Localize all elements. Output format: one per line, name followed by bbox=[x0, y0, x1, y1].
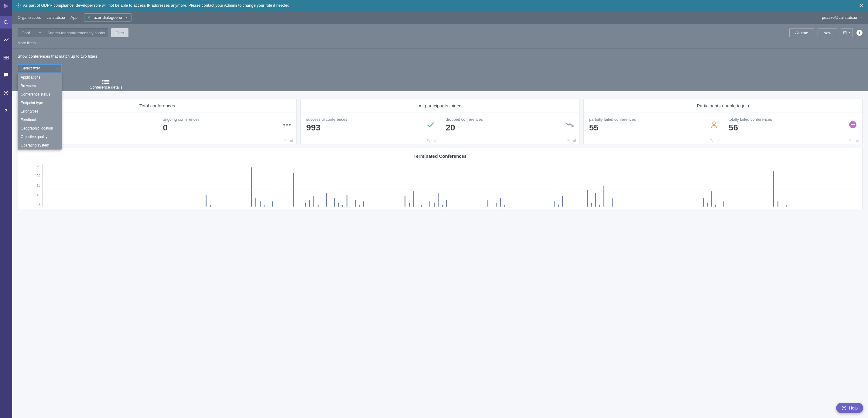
svg-point-52 bbox=[849, 139, 851, 141]
card-search-icon[interactable] bbox=[710, 139, 713, 142]
filter-option[interactable]: Error types bbox=[18, 107, 62, 115]
chart-bar bbox=[318, 205, 318, 207]
org-label: Organization: bbox=[18, 15, 41, 20]
svg-line-40 bbox=[568, 141, 569, 142]
svg-rect-46 bbox=[851, 125, 855, 125]
filter-expand-area: Show conferences that match up to two fi… bbox=[12, 48, 868, 78]
svg-rect-56 bbox=[858, 139, 859, 142]
chart-bar bbox=[355, 200, 355, 207]
filter-button[interactable]: Filter bbox=[111, 28, 128, 37]
svg-point-27 bbox=[286, 124, 288, 126]
card-chart-icon[interactable] bbox=[856, 139, 859, 142]
chevron-down-icon bbox=[125, 16, 128, 19]
list-icon bbox=[102, 79, 110, 84]
filter-option[interactable]: Conference status bbox=[18, 90, 62, 99]
cell-value: 56 bbox=[728, 123, 772, 133]
chart-bar bbox=[558, 205, 559, 207]
range-start[interactable]: All time bbox=[789, 28, 814, 37]
chart-bar bbox=[496, 203, 497, 207]
tab-conference-details[interactable]: Conference details bbox=[81, 78, 131, 91]
y-tick: 20 bbox=[37, 174, 40, 177]
banner-close[interactable] bbox=[860, 3, 864, 8]
detail-tabbar: Conference details bbox=[12, 78, 868, 91]
chart-bar bbox=[334, 198, 335, 207]
svg-point-34 bbox=[427, 139, 429, 141]
org-value: callstats.io bbox=[46, 15, 65, 20]
filter-option[interactable]: Operating system bbox=[18, 141, 62, 149]
chart-title: Terminated Conferences bbox=[25, 153, 855, 159]
card-chart-icon[interactable] bbox=[433, 139, 437, 142]
filter-option[interactable]: Geographic location bbox=[18, 124, 62, 133]
chart-bar bbox=[438, 193, 439, 207]
svg-rect-49 bbox=[717, 140, 717, 142]
stat-card: All participants joinedsuccessful confer… bbox=[300, 99, 580, 144]
chart-bar bbox=[504, 205, 505, 207]
chart-bar bbox=[409, 203, 410, 207]
nav-dashboard[interactable] bbox=[0, 51, 12, 64]
card-search-icon[interactable] bbox=[283, 139, 287, 142]
filter-option[interactable]: Objective quality bbox=[18, 133, 62, 141]
cell-label: ongoing conferences bbox=[163, 117, 199, 122]
chevron-down-icon bbox=[56, 67, 59, 70]
chart-bar bbox=[429, 201, 430, 207]
select-filter-dropdown[interactable]: Select filter bbox=[18, 64, 62, 72]
more-filters-toggle[interactable]: More filters bbox=[18, 41, 863, 45]
card-search-icon[interactable] bbox=[566, 139, 570, 142]
filter-option[interactable]: Endpoint type bbox=[18, 99, 62, 107]
nav-search[interactable] bbox=[0, 16, 12, 29]
search-input[interactable] bbox=[44, 28, 108, 37]
card-search-icon[interactable] bbox=[849, 139, 852, 142]
svg-rect-51 bbox=[719, 139, 719, 142]
help-fab[interactable]: ? Help bbox=[836, 403, 863, 413]
filter-option[interactable]: Feedback bbox=[18, 115, 62, 124]
chart-bar bbox=[359, 205, 360, 207]
card-chart-icon[interactable] bbox=[290, 139, 293, 142]
filter-option[interactable]: Browsers bbox=[18, 81, 62, 90]
range-end[interactable]: Now bbox=[817, 28, 837, 37]
nav-settings[interactable] bbox=[0, 87, 12, 99]
chart-bar bbox=[723, 201, 724, 207]
svg-point-28 bbox=[289, 124, 291, 126]
cell-value: 993 bbox=[306, 123, 347, 133]
chart-bar bbox=[707, 203, 708, 207]
svg-text:?: ? bbox=[5, 108, 7, 113]
svg-rect-55 bbox=[857, 140, 858, 142]
chart-bar bbox=[554, 201, 555, 207]
card-search-icon[interactable] bbox=[427, 139, 430, 142]
chevron-down-icon bbox=[38, 31, 41, 34]
cell-value: 55 bbox=[589, 123, 636, 133]
cell-label: totally failed conferences bbox=[728, 117, 772, 122]
svg-rect-23 bbox=[104, 83, 110, 84]
svg-point-44 bbox=[713, 122, 715, 125]
caret-down-icon bbox=[848, 32, 851, 34]
card-chart-icon[interactable] bbox=[716, 139, 720, 142]
calendar-button[interactable] bbox=[841, 28, 853, 37]
nav-help[interactable]: ? bbox=[0, 104, 12, 116]
y-tick: 25 bbox=[37, 164, 40, 168]
info-badge[interactable]: i bbox=[857, 30, 863, 36]
svg-rect-36 bbox=[434, 140, 435, 142]
filter-option[interactable]: Applications bbox=[18, 73, 62, 81]
app-logo bbox=[2, 2, 10, 10]
user-email: puasze@callstats.io bbox=[822, 15, 857, 20]
stat-card: Participants unable to joinpartially fai… bbox=[583, 99, 863, 144]
user-menu[interactable]: puasze@callstats.io bbox=[822, 15, 863, 20]
svg-point-7 bbox=[5, 92, 7, 94]
card-chart-icon[interactable] bbox=[573, 139, 577, 142]
left-sidebar: ! ? bbox=[0, 0, 12, 418]
app-selector[interactable]: fazer-dialogue-io bbox=[84, 13, 131, 22]
check-icon bbox=[427, 121, 435, 128]
cell-value: 0 bbox=[163, 123, 199, 133]
cell-label: dropped conferences bbox=[446, 117, 483, 122]
chart-bar bbox=[446, 200, 447, 207]
chart-bar bbox=[413, 191, 414, 207]
chart-bar bbox=[264, 205, 265, 207]
chart-bar bbox=[421, 205, 422, 207]
svg-rect-54 bbox=[856, 140, 857, 142]
search-type-dropdown[interactable]: Conf… bbox=[18, 28, 44, 37]
svg-rect-37 bbox=[435, 140, 436, 142]
nav-analytics[interactable] bbox=[0, 34, 12, 46]
nav-alerts[interactable]: ! bbox=[0, 69, 12, 81]
chart-bar bbox=[773, 171, 774, 207]
select-filter-menu: ApplicationsBrowsersConference statusEnd… bbox=[18, 73, 62, 149]
